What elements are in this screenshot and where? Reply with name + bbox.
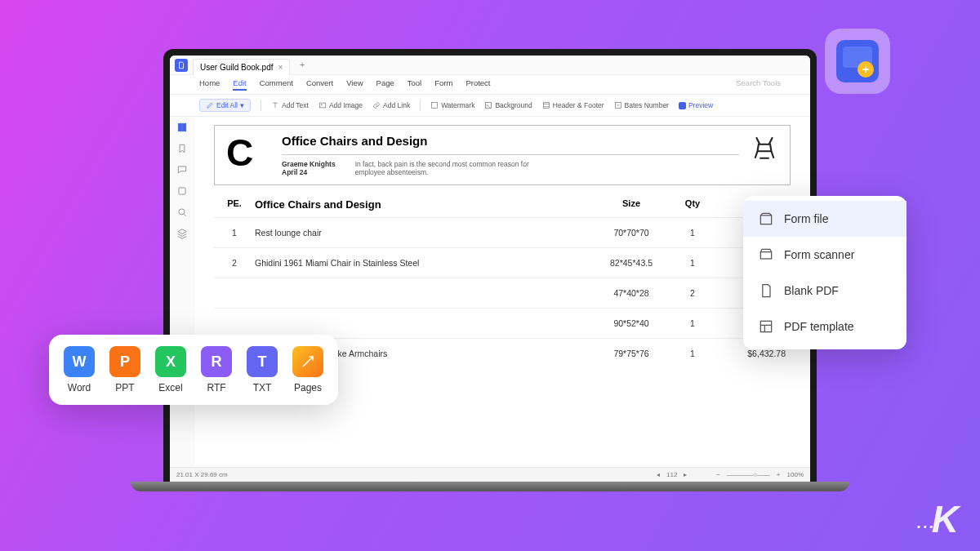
status-bar: 21.01 X 29.69 cm ◂ 112 ▸ − ————○—— + 100… — [170, 467, 810, 482]
add-tab-button[interactable]: + — [295, 60, 310, 69]
add-text-button[interactable]: Add Text — [271, 101, 309, 109]
prev-page-button[interactable]: ◂ — [657, 471, 660, 478]
export-pages[interactable]: Pages — [292, 346, 323, 393]
create-menu-blank-pdf[interactable]: Blank PDF — [743, 273, 906, 309]
svg-rect-0 — [319, 103, 326, 108]
hero-title: Office Chairs and Design — [282, 134, 739, 148]
bates-number-button[interactable]: Bates Number — [614, 101, 669, 109]
page-dimensions: 21.01 X 29.69 cm — [176, 471, 228, 478]
left-sidebar — [170, 117, 194, 467]
divider — [282, 154, 739, 155]
table-header: PE. Office Chairs and Design Size Qty Pr… — [214, 192, 791, 217]
zoom-out-button[interactable]: − — [716, 471, 720, 478]
chevron-down-icon: ▾ — [240, 101, 244, 109]
hero-blurb: In fact, back pain is the second most co… — [355, 160, 535, 176]
titlebar: User Guild Book.pdf × + — [170, 56, 810, 75]
menu-tool[interactable]: Tool — [408, 78, 421, 91]
create-pdf-button[interactable]: + — [825, 29, 890, 94]
menu-home[interactable]: Home — [199, 78, 220, 91]
export-rtf[interactable]: RRTF — [201, 346, 232, 393]
document-tab-title: User Guild Book.pdf — [200, 63, 274, 72]
chair-icon — [751, 134, 778, 163]
preview-toggle[interactable]: Preview — [679, 101, 713, 109]
menu-page[interactable]: Page — [376, 78, 394, 91]
brand-watermark: ∙∙∙K — [916, 497, 957, 541]
format-badge: R — [201, 346, 232, 377]
document-canvas[interactable]: C Office Chairs and Design Graeme Knight… — [194, 117, 810, 467]
close-tab-icon[interactable]: × — [278, 63, 283, 72]
format-badge: X — [155, 346, 186, 377]
export-ppt[interactable]: PPPT — [109, 346, 140, 393]
format-badge: W — [64, 346, 95, 377]
next-page-button[interactable]: ▸ — [684, 471, 687, 478]
add-link-button[interactable]: Add Link — [372, 101, 410, 109]
bookmarks-tab[interactable] — [175, 143, 189, 154]
header-footer-button[interactable]: Header & Footer — [542, 101, 604, 109]
app-logo-icon — [175, 59, 188, 72]
svg-rect-3 — [486, 103, 492, 109]
svg-rect-2 — [432, 103, 438, 109]
workspace: C Office Chairs and Design Graeme Knight… — [170, 117, 810, 467]
svg-rect-4 — [543, 103, 549, 109]
export-excel[interactable]: XExcel — [155, 346, 186, 393]
watermark-button[interactable]: Watermark — [430, 101, 474, 109]
svg-point-1 — [321, 104, 322, 105]
format-badge: P — [109, 346, 140, 377]
edit-toolbar: Edit All ▾ Add Text Add Image Add Link W… — [170, 95, 810, 117]
svg-rect-11 — [760, 321, 771, 331]
background-button[interactable]: Background — [484, 101, 532, 109]
svg-rect-7 — [183, 123, 186, 131]
table-row: 47*40*282$4,128 — [214, 278, 791, 308]
create-menu: Form fileForm scannerBlank PDFPDF templa… — [743, 196, 906, 349]
toolbar-separator — [261, 100, 261, 111]
svg-point-9 — [179, 209, 185, 215]
menu-comment[interactable]: Comment — [260, 78, 293, 91]
create-menu-pdf-template[interactable]: PDF template — [743, 309, 906, 344]
edit-all-button[interactable]: Edit All ▾ — [199, 99, 251, 112]
search-tools[interactable]: Search Tools — [736, 78, 781, 91]
laptop-base — [131, 482, 849, 491]
thumbnails-tab[interactable] — [175, 122, 189, 133]
svg-rect-8 — [179, 188, 185, 194]
zoom-slider[interactable]: ————○—— — [727, 471, 770, 478]
plus-icon: + — [858, 61, 874, 78]
table-row: 2Ghidini 1961 Miami Chair in Stainless S… — [214, 247, 791, 278]
table-row: 90*52*401$1,320.92 — [214, 308, 791, 338]
menu-edit[interactable]: Edit — [233, 78, 246, 91]
table-row: 1Rest lounge chair70*70*701$**.* — [214, 217, 791, 247]
menu-protect[interactable]: Protect — [466, 78, 490, 91]
hero-author: Graeme Knights — [282, 160, 336, 168]
menu-convert[interactable]: Convert — [306, 78, 333, 91]
export-format-bar: WWordPPPTXExcelRRTFTTXTPages — [49, 335, 338, 405]
export-word[interactable]: WWord — [64, 346, 95, 393]
attachments-tab[interactable] — [175, 185, 189, 197]
toolbar-separator — [420, 100, 421, 111]
zoom-level: 100% — [787, 471, 804, 478]
menu-form[interactable]: Form — [434, 78, 452, 91]
document-tab[interactable]: User Guild Book.pdf × — [193, 59, 290, 75]
svg-rect-6 — [178, 123, 181, 131]
edit-all-label: Edit All — [216, 101, 238, 109]
hero-letter: C — [226, 134, 270, 171]
layers-tab[interactable] — [175, 228, 189, 239]
format-badge: T — [247, 346, 278, 377]
add-image-button[interactable]: Add Image — [318, 101, 363, 109]
laptop-frame: User Guild Book.pdf × + HomeEditCommentC… — [163, 49, 817, 482]
app-window: User Guild Book.pdf × + HomeEditCommentC… — [170, 56, 810, 482]
format-badge — [292, 346, 323, 377]
document-header-block: C Office Chairs and Design Graeme Knight… — [214, 125, 791, 185]
export-txt[interactable]: TTXT — [247, 346, 278, 393]
zoom-in-button[interactable]: + — [777, 471, 781, 478]
search-tab[interactable] — [175, 207, 189, 218]
checkbox-icon — [679, 102, 686, 109]
menu-bar: HomeEditCommentConvertViewPageToolFormPr… — [170, 75, 810, 95]
comments-tab[interactable] — [175, 164, 189, 176]
menu-view[interactable]: View — [346, 78, 363, 91]
page-number[interactable]: 112 — [666, 471, 677, 478]
hero-date: April 24 — [282, 168, 336, 176]
create-menu-form-scanner[interactable]: Form scanner — [743, 237, 906, 273]
create-menu-form-file[interactable]: Form file — [743, 201, 906, 237]
svg-rect-10 — [760, 252, 771, 259]
